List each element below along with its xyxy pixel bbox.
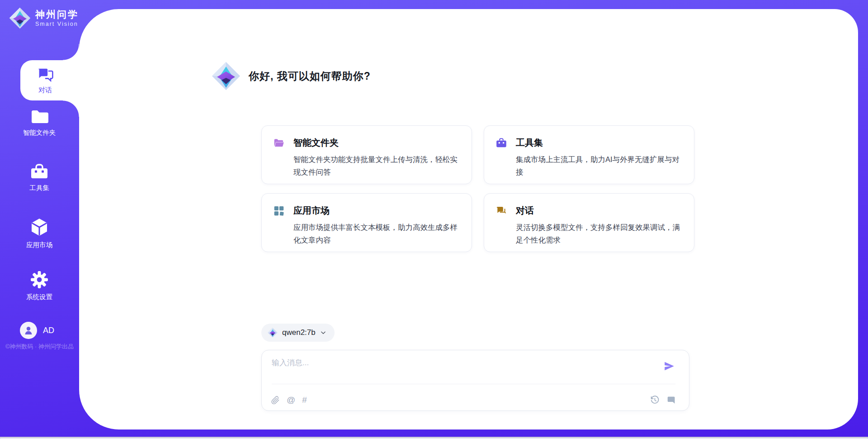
card-description: 智能文件夹功能支持批量文件上传与清洗，轻松实现文件问答 bbox=[293, 153, 461, 178]
model-name: qwen2:7b bbox=[282, 328, 316, 337]
model-logo-icon bbox=[268, 328, 278, 338]
card-description: 灵活切换多模型文件，支持多样回复效果调试，满足个性化需求 bbox=[516, 221, 683, 246]
cube-icon bbox=[30, 218, 48, 237]
sidebar-item-label: 工具集 bbox=[29, 184, 49, 192]
sidebar-item-label: 对话 bbox=[38, 86, 52, 95]
app-grid-icon bbox=[273, 205, 285, 217]
sidebar: 神州问学 Smart Vision 对话 智能文件夹 工具集 bbox=[0, 0, 79, 439]
toolbox-icon bbox=[30, 163, 49, 180]
chat-bubble-icon[interactable] bbox=[667, 395, 676, 405]
card-title: 对话 bbox=[516, 205, 534, 217]
sidebar-item-label: 智能文件夹 bbox=[23, 129, 56, 137]
sidebar-item-app-market[interactable]: 应用市场 bbox=[3, 218, 75, 249]
brand-name: 神州问学 bbox=[35, 9, 79, 20]
avatar bbox=[20, 322, 37, 339]
card-title: 应用市场 bbox=[293, 205, 330, 217]
greeting-block: 你好, 我可以如何帮助你? bbox=[212, 62, 371, 91]
sidebar-item-label: 系统设置 bbox=[26, 293, 52, 301]
chevron-down-icon bbox=[320, 329, 326, 336]
send-icon[interactable] bbox=[663, 360, 675, 372]
hashtag-icon[interactable]: # bbox=[302, 396, 307, 405]
message-composer: @ # bbox=[261, 350, 689, 411]
message-input[interactable] bbox=[272, 358, 651, 381]
main-content-panel: 你好, 我可以如何帮助你? 智能文件夹 智能文件夹功能支持批量文件上传与清洗，轻… bbox=[79, 9, 858, 429]
card-description: 应用市场提供丰富长文本模板，助力高效生成多样化文章内容 bbox=[293, 221, 461, 246]
chat-bubbles-icon bbox=[495, 205, 507, 217]
card-chat[interactable]: 对话 灵活切换多模型文件，支持多样回复效果调试，满足个性化需求 bbox=[484, 193, 694, 252]
sidebar-item-label: 应用市场 bbox=[26, 241, 52, 249]
model-selector[interactable]: qwen2:7b bbox=[261, 324, 335, 342]
gear-icon bbox=[30, 271, 48, 289]
attachment-icon[interactable] bbox=[271, 396, 280, 405]
greeting-text: 你好, 我可以如何帮助你? bbox=[249, 69, 371, 83]
page-bottom-strip bbox=[0, 437, 868, 439]
card-smart-folder[interactable]: 智能文件夹 智能文件夹功能支持批量文件上传与清洗，轻松实现文件问答 bbox=[261, 125, 472, 184]
card-app-market[interactable]: 应用市场 应用市场提供丰富长文本模板，助力高效生成多样化文章内容 bbox=[261, 193, 472, 252]
feature-cards: 智能文件夹 智能文件夹功能支持批量文件上传与清洗，轻松实现文件问答 工具集 集成… bbox=[261, 125, 694, 252]
toolbox-icon bbox=[495, 137, 507, 149]
user-initials: AD bbox=[43, 326, 54, 335]
folder-open-icon bbox=[273, 137, 285, 149]
sidebar-item-settings[interactable]: 系统设置 bbox=[3, 271, 75, 301]
brand-logo-icon bbox=[9, 7, 31, 29]
user-profile[interactable]: AD bbox=[20, 322, 54, 339]
card-toolset[interactable]: 工具集 集成市场上主流工具，助力AI与外界无缝扩展与对接 bbox=[484, 125, 694, 184]
sidebar-item-smart-folder[interactable]: 智能文件夹 bbox=[3, 109, 75, 137]
brand: 神州问学 Smart Vision bbox=[9, 7, 79, 29]
card-title: 智能文件夹 bbox=[293, 137, 339, 149]
card-title: 工具集 bbox=[516, 137, 543, 149]
app-logo-icon bbox=[212, 62, 241, 91]
card-description: 集成市场上主流工具，助力AI与外界无缝扩展与对接 bbox=[516, 153, 683, 178]
mention-icon[interactable]: @ bbox=[287, 396, 295, 405]
copyright-text: ©神州数码 · 神州问学出品 bbox=[0, 343, 79, 351]
chat-icon bbox=[36, 67, 54, 84]
sidebar-item-chat[interactable]: 对话 bbox=[20, 60, 79, 100]
brand-subtitle: Smart Vision bbox=[35, 21, 79, 27]
composer-divider bbox=[272, 384, 675, 384]
history-icon[interactable] bbox=[650, 395, 660, 405]
sidebar-item-toolset[interactable]: 工具集 bbox=[3, 163, 75, 192]
folder-icon bbox=[30, 109, 48, 124]
person-icon bbox=[23, 325, 34, 336]
